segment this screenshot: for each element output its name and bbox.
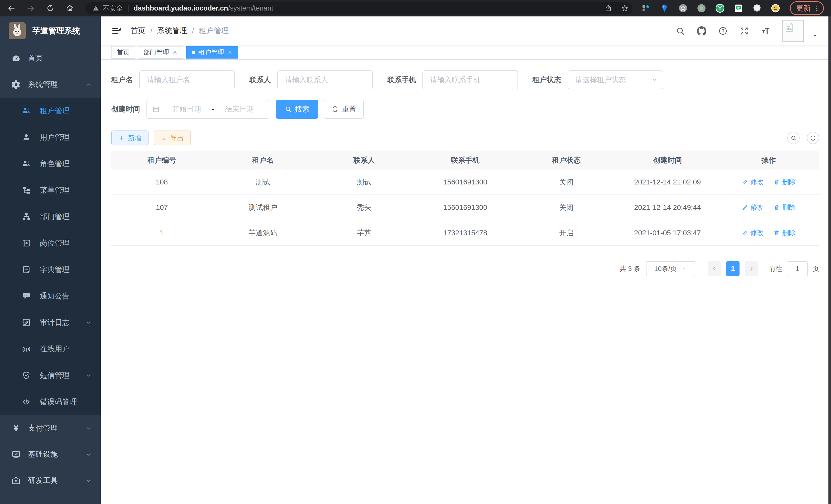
sidebar-menu-item[interactable]: 租户管理 <box>0 98 101 124</box>
filter-input[interactable] <box>568 70 663 89</box>
sidebar-menu-item[interactable]: 菜单管理 <box>0 177 101 203</box>
logo[interactable]: 芋道管理系统 <box>0 17 101 45</box>
page-size-select[interactable]: 10条/页 <box>646 261 695 276</box>
tree-icon <box>22 185 31 195</box>
add-button-label: 新增 <box>128 134 141 143</box>
help-icon[interactable] <box>718 26 728 36</box>
delete-link[interactable]: 删除 <box>773 178 796 186</box>
book-icon <box>22 265 31 274</box>
goto-page-input[interactable] <box>787 261 808 276</box>
cell-actions: 修改 删除 <box>718 203 819 212</box>
delete-link[interactable]: 删除 <box>773 203 796 212</box>
extension-grid-icon[interactable] <box>641 4 651 13</box>
delete-label: 删除 <box>782 203 796 212</box>
filter-input[interactable] <box>277 70 373 89</box>
column-header: 租户编号 <box>111 155 212 165</box>
extension-y-icon[interactable] <box>715 4 725 13</box>
cell-tenant-name: 测试 <box>212 177 314 187</box>
share-icon[interactable] <box>604 4 612 12</box>
extension-chat-icon[interactable] <box>734 4 743 13</box>
home-icon[interactable] <box>66 4 74 12</box>
filter-input[interactable] <box>139 70 235 89</box>
tab[interactable]: 首页 <box>111 46 135 59</box>
column-header: 操作 <box>718 155 819 165</box>
sidebar-menu-item[interactable]: 首页 <box>0 45 101 71</box>
menu-label: 短信管理 <box>40 370 69 381</box>
sidebar-toggle-icon[interactable] <box>111 25 122 36</box>
sidebar-menu-item[interactable]: ¥ 支付管理 <box>0 415 101 441</box>
back-icon[interactable] <box>7 4 16 12</box>
profile-avatar-icon[interactable] <box>771 4 780 13</box>
extension-command-icon[interactable] <box>678 4 688 13</box>
filter-control <box>139 70 235 89</box>
sidebar-menu-item[interactable]: 部门管理 <box>0 203 101 230</box>
extension-puzzle-icon[interactable] <box>752 4 762 13</box>
url-divider <box>128 5 128 12</box>
update-button[interactable]: 更新 <box>790 1 824 15</box>
sidebar-menu-item[interactable]: 审计日志 <box>0 309 101 336</box>
add-button[interactable]: 新增 <box>111 130 148 145</box>
filter-input[interactable] <box>423 70 518 89</box>
avatar[interactable] <box>782 20 804 41</box>
org-icon <box>22 212 31 221</box>
sidebar-menu-item[interactable]: 在线用户 <box>0 336 101 362</box>
tab-close-icon[interactable] <box>227 50 233 55</box>
edit-link[interactable]: 修改 <box>742 228 764 237</box>
extension-kite-icon[interactable] <box>660 4 669 13</box>
delete-link[interactable]: 删除 <box>773 228 796 237</box>
gear-icon <box>11 80 21 89</box>
scrollbar[interactable] <box>828 17 831 504</box>
breadcrumb-label[interactable]: 首页 <box>131 26 145 36</box>
search-icon[interactable] <box>676 26 685 36</box>
security-label[interactable]: 不安全 <box>103 4 123 13</box>
github-icon[interactable] <box>697 26 706 36</box>
edit-link[interactable]: 修改 <box>742 203 764 212</box>
menu-label: 菜单管理 <box>40 185 69 196</box>
bookmark-star-icon[interactable] <box>621 4 629 12</box>
forward-icon[interactable] <box>27 4 35 12</box>
fullscreen-icon[interactable] <box>740 26 749 36</box>
breadcrumb-label[interactable]: 系统管理 <box>157 26 187 36</box>
toggle-search-button[interactable] <box>787 132 800 144</box>
sidebar: 芋道管理系统 首页 系统管理 租户管理 用户管理 <box>0 17 101 504</box>
sidebar-menu-item[interactable]: 字典管理 <box>0 256 101 283</box>
extension-dot-icon[interactable] <box>697 4 706 13</box>
logo-image <box>9 22 26 39</box>
reload-icon[interactable] <box>46 4 55 12</box>
update-label: 更新 <box>796 3 811 13</box>
sidebar-menu-item[interactable]: 错误码管理 <box>0 389 101 415</box>
cell-tenant-name: 芋道源码 <box>212 228 314 238</box>
cell-mobile: 15601691300 <box>415 203 516 212</box>
url-bar[interactable]: 不安全 dashboard.yudao.iocoder.cn/system/te… <box>85 2 633 14</box>
search-icon <box>791 135 797 141</box>
sidebar-menu-item[interactable]: 基础设施 <box>0 441 101 468</box>
edit-link[interactable]: 修改 <box>742 178 764 186</box>
tab-close-icon[interactable] <box>172 50 178 55</box>
sidebar-menu-item[interactable]: 岗位管理 <box>0 230 101 256</box>
menu-label: 错误码管理 <box>40 397 77 407</box>
export-button[interactable]: 导出 <box>154 130 191 145</box>
sidebar-menu-item[interactable]: 角色管理 <box>0 151 101 177</box>
reset-button[interactable]: 重置 <box>324 100 364 119</box>
font-size-icon[interactable] <box>761 26 770 36</box>
refresh-table-button[interactable] <box>807 132 819 144</box>
prev-page-button[interactable] <box>708 261 721 276</box>
current-page-button[interactable]: 1 <box>726 261 740 276</box>
sidebar-menu-item[interactable]: 系统管理 <box>0 71 101 98</box>
sidebar-menu-item[interactable]: 短信管理 <box>0 362 101 389</box>
caret-down-icon[interactable] <box>811 32 818 39</box>
sidebar-menu-item[interactable]: 研发工具 <box>0 468 101 494</box>
sidebar-menu-item[interactable]: 用户管理 <box>0 124 101 151</box>
next-page-button[interactable] <box>745 261 758 276</box>
browser-menu-dots-icon[interactable] <box>813 5 821 12</box>
date-range-input[interactable]: 开始日期 - 结束日期 <box>146 100 269 119</box>
tab[interactable]: 租户管理 <box>186 46 238 59</box>
cell-created: 2021-12-14 21:02:09 <box>617 178 718 186</box>
sidebar-menu-item[interactable]: 通知公告 <box>0 283 101 309</box>
cell-created: 2021-12-14 20:49:44 <box>617 203 718 212</box>
breadcrumb-label[interactable]: 租户管理 <box>199 26 229 36</box>
search-button[interactable]: 搜索 <box>276 100 318 119</box>
chevron-icon <box>85 372 92 379</box>
cell-contact: 芋艿 <box>314 228 415 238</box>
tab[interactable]: 部门管理 <box>138 46 183 59</box>
